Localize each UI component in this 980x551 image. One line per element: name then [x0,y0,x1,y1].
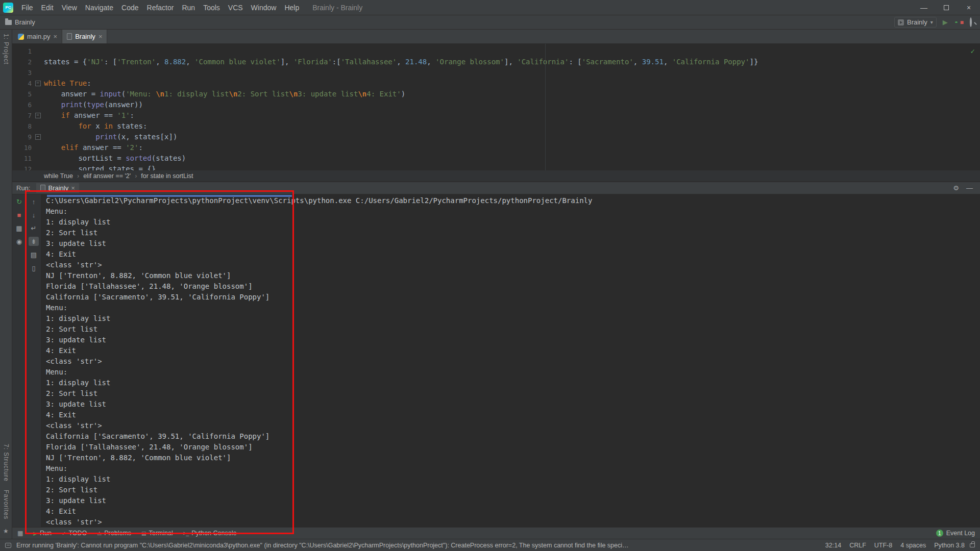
menu-item-file[interactable]: File [17,2,37,14]
breadcrumb-item[interactable]: while True [44,172,73,180]
fold-marker[interactable] [32,78,44,89]
menu-item-code[interactable]: Code [117,2,142,14]
menu-item-help[interactable]: Help [280,2,303,14]
menu-item-edit[interactable]: Edit [37,2,58,14]
tool-window-todo-icon: ✓ [62,531,66,536]
breadcrumb-separator-icon: › [77,172,79,180]
gear-icon[interactable]: ⚙ [953,184,959,192]
menu-item-refactor[interactable]: Refactor [143,2,178,14]
status-right-widgets: 32:14CRLFUTF-84 spacesPython 3.8 [825,542,965,549]
console-line: 1: display list [46,474,980,485]
fold-marker [32,121,44,132]
indent-style[interactable]: 4 spaces [900,542,926,549]
nav-breadcrumb[interactable]: Brainly [15,18,35,26]
tool-window-run[interactable]: ▶Run [33,530,52,537]
run-console-area: ↻■▦◉ ↑↓↵⇟▤▯ C:\Users\Gabriel2\PycharmPro… [12,194,980,527]
maximize-icon [944,5,949,10]
close-icon[interactable]: × [99,33,103,40]
tool-window-problems[interactable]: ⚠Problems [97,530,131,537]
restore-layout-icon[interactable]: ▦ [14,223,24,233]
fold-marker[interactable] [32,132,44,142]
favorites-star-icon[interactable]: ★ [3,528,9,535]
run-config-selector[interactable]: Brainly ▾ [894,17,937,28]
code-line: 2states = {'NJ': ['Trenton', 8.882, 'Com… [12,57,980,67]
editor-tab-main-py[interactable]: main.py× [13,30,62,43]
stop-button[interactable]: ■ [960,19,964,26]
console-line: 2: Sort list [46,485,980,495]
menu-bar: PC FileEditViewNavigateCodeRefactorRunTo… [0,0,980,15]
soft-wrap-icon[interactable]: ↵ [29,223,39,233]
breadcrumb-item[interactable]: for state in sortList [141,172,193,180]
console-line: Menu: [46,463,980,474]
code-line: 4while True: [12,78,980,89]
tool-window-run-icon: ▶ [33,531,37,536]
console-line: 2: Sort list [46,324,980,335]
close-button[interactable]: × [958,0,980,15]
notification-icon[interactable] [5,543,11,548]
clear-all-icon[interactable]: ▯ [29,263,39,272]
code-editor[interactable]: 12states = {'NJ': ['Trenton', 8.882, 'Co… [12,44,980,170]
file-encoding[interactable]: UTF-8 [874,542,892,549]
event-log-button[interactable]: 1 Event Log [936,530,975,537]
maximize-button[interactable] [935,0,958,15]
line-number: 3 [12,67,32,78]
stop-icon[interactable]: ■ [14,210,24,219]
console-line: 2: Sort list [46,388,980,399]
fold-marker [32,164,44,170]
rerun-icon[interactable]: ↻ [14,197,24,206]
console-output[interactable]: C:\Users\Gabriel2\PycharmProjects\python… [41,194,980,527]
console-line: Florida ['Tallahassee', 21.48, 'Orange b… [46,281,980,292]
menu-item-window[interactable]: Window [247,2,281,14]
run-button[interactable]: ▶ [943,18,948,26]
minimize-button[interactable]: — [913,0,935,15]
python-interpreter[interactable]: Python 3.8 [934,542,965,549]
print-icon[interactable]: ▤ [29,250,39,259]
line-number: 2 [12,57,32,67]
tool-window-python-console[interactable]: >_Python Console [183,530,237,537]
scroll-to-end-icon[interactable]: ⇟ [29,237,39,246]
menu-item-vcs[interactable]: VCS [224,2,247,14]
tool-button-structure[interactable]: 7: Structure [3,444,10,482]
close-icon[interactable]: × [71,184,75,192]
run-header-actions: ⚙ — [953,184,980,192]
console-line: 3: update list [46,399,980,410]
menu-item-run[interactable]: Run [178,2,199,14]
run-tab-brainly[interactable]: Brainly × [36,183,79,193]
tool-button-favorites[interactable]: Favorites [3,490,10,519]
down-stacktrace-icon[interactable]: ↓ [29,210,39,219]
fold-marker [32,67,44,78]
search-everywhere-button[interactable] [970,18,975,26]
file-icon [40,185,45,191]
line-separator[interactable]: CRLF [849,542,866,549]
run-toolbar: Brainly ▾ ▶ ■ [894,17,975,28]
tool-window-switcher-icon[interactable]: ▦ [17,530,23,537]
menu-item-tools[interactable]: Tools [199,2,224,14]
tool-window-terminal[interactable]: ▤Terminal [141,530,173,537]
run-panel-label: Run: [16,184,30,192]
breadcrumb-item[interactable]: elif answer == '2' [83,172,131,180]
tool-window-todo[interactable]: ✓TODO [62,530,87,537]
hide-panel-icon[interactable]: — [966,184,973,192]
status-bar: Error running 'Brainly': Cannot run prog… [0,539,980,551]
close-icon[interactable]: × [54,33,58,40]
lock-icon[interactable] [970,543,975,547]
code-line: 3 [12,67,980,78]
up-stacktrace-icon[interactable]: ↑ [29,197,39,206]
file-icon [67,33,72,40]
caret-position[interactable]: 32:14 [825,542,841,549]
run-panel-header: Run: Brainly × ⚙ — [12,182,980,194]
tool-button-project[interactable]: 1: Project [3,34,10,65]
code-line: 10 elif answer == '2': [12,142,980,153]
window-title: Brainly - Brainly [312,4,362,12]
menu-item-view[interactable]: View [58,2,81,14]
code-line: 6 print(type(answer)) [12,99,980,110]
pin-icon[interactable]: ◉ [14,237,24,246]
menu-item-navigate[interactable]: Navigate [81,2,117,14]
line-number: 9 [12,132,32,142]
console-line: <class 'str'> [46,420,980,431]
status-error-message[interactable]: Error running 'Brainly': Cannot run prog… [16,542,629,549]
chevron-down-icon: ▾ [930,19,933,25]
fold-marker[interactable] [32,110,44,121]
window-controls: — × [913,0,980,15]
editor-tab-Brainly[interactable]: Brainly× [62,30,107,43]
